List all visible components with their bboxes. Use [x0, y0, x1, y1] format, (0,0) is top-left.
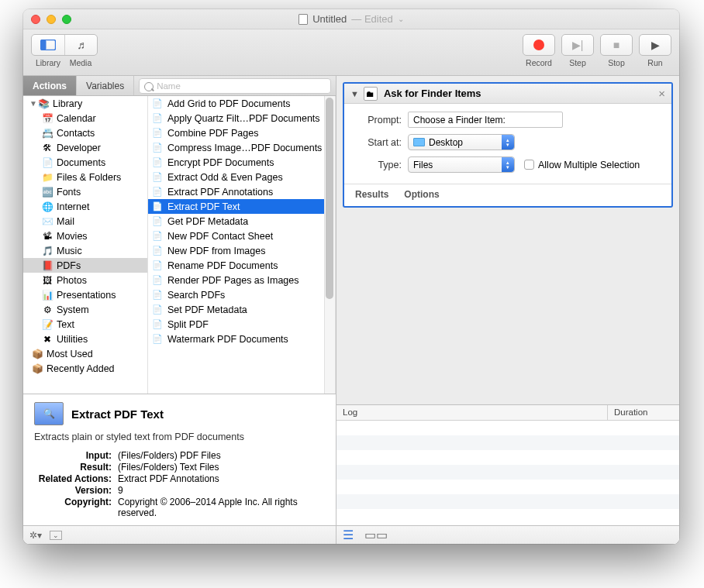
remove-action-button[interactable]: ×	[658, 87, 665, 100]
sidebar-item-pdfs[interactable]: 📕PDFs	[23, 258, 147, 273]
action-item[interactable]: 📄Extract Odd & Even Pages	[148, 170, 335, 184]
action-icon: 📄	[151, 230, 164, 242]
sidebar-item-calendar[interactable]: 📅Calendar	[23, 111, 147, 126]
workflow-action-header[interactable]: ▼ 🖿 Ask for Finder Items ×	[344, 84, 671, 104]
sidebar-item-system[interactable]: ⚙System	[23, 302, 147, 317]
scrollbar-thumb[interactable]	[326, 98, 333, 299]
step-button[interactable]: ▶|	[562, 35, 593, 55]
action-item[interactable]: 📄Rename PDF Documents	[148, 258, 335, 273]
sidebar-item-developer[interactable]: 🛠Developer	[23, 140, 147, 155]
category-icon: ⚙	[41, 304, 53, 316]
disclosure-triangle-icon[interactable]: ▼	[29, 99, 37, 108]
library-toggle-button[interactable]	[32, 35, 64, 55]
sidebar-item-utilities[interactable]: ✖Utilities	[23, 332, 147, 346]
action-item[interactable]: 📄Get PDF Metadata	[148, 214, 335, 229]
sidebar-item-label: Presentations	[57, 290, 116, 301]
zoom-window-button[interactable]	[62, 15, 71, 24]
sidebar-item-recently-added[interactable]: 📦Recently Added	[23, 361, 147, 376]
action-item[interactable]: 📄Add Grid to PDF Documents	[148, 96, 335, 111]
action-item[interactable]: 📄Encrypt PDF Documents	[148, 155, 335, 170]
log-column-log[interactable]: Log	[336, 405, 608, 420]
sidebar-item-fonts[interactable]: 🔤Fonts	[23, 184, 147, 199]
action-item[interactable]: 📄New PDF from Images	[148, 243, 335, 258]
action-item[interactable]: 📄Combine PDF Pages	[148, 126, 335, 140]
info-val-related: Extract PDF Annotations	[118, 473, 325, 484]
type-label: Type:	[355, 160, 402, 170]
close-window-button[interactable]	[31, 15, 40, 24]
run-button[interactable]: ▶	[640, 35, 671, 55]
sidebar-root-library[interactable]: ▼ 📚 Library	[23, 96, 147, 111]
action-item[interactable]: 📄Extract PDF Annotations	[148, 184, 335, 199]
window-title: Untitled — Edited ⌄	[23, 13, 679, 25]
toggle-info-button[interactable]: ⌄	[50, 531, 62, 540]
library-icon: 📚	[37, 98, 50, 110]
play-icon: ▶	[651, 39, 660, 51]
action-item[interactable]: 📄Compress Image…PDF Documents	[148, 140, 335, 155]
sidebar-item-photos[interactable]: 🖼Photos	[23, 273, 147, 287]
prompt-input[interactable]	[408, 112, 563, 128]
sidebar-item-presentations[interactable]: 📊Presentations	[23, 287, 147, 302]
library-sidebar[interactable]: ▼ 📚 Library 📅Calendar📇Contacts🛠Developer…	[23, 96, 148, 394]
info-val-copyright: Copyright © 2006–2014 Apple Inc. All rig…	[118, 497, 325, 518]
start-at-value: Desktop	[429, 137, 463, 148]
workflow-canvas[interactable]: ▼ 🖿 Ask for Finder Items × Prompt: Start…	[336, 76, 679, 404]
minimize-window-button[interactable]	[47, 15, 56, 24]
tab-variables[interactable]: Variables	[77, 76, 134, 95]
title-chevron-icon: ⌄	[398, 15, 404, 23]
sidebar-item-files-folders[interactable]: 📁Files & Folders	[23, 170, 147, 184]
action-item[interactable]: 📄New PDF Contact Sheet	[148, 229, 335, 243]
sidebar-item-mail[interactable]: ✉️Mail	[23, 214, 147, 229]
action-results-tab[interactable]: Results	[355, 189, 388, 200]
action-label: Encrypt PDF Documents	[167, 157, 274, 168]
action-icon: 📄	[151, 260, 164, 272]
action-label: Extract Odd & Even Pages	[167, 172, 283, 183]
sidebar-item-music[interactable]: 🎵Music	[23, 243, 147, 258]
automator-window: Untitled — Edited ⌄ ♬ Library Media	[23, 9, 679, 544]
action-label: Get PDF Metadata	[167, 216, 248, 227]
type-value: Files	[413, 160, 433, 170]
sidebar-item-contacts[interactable]: 📇Contacts	[23, 126, 147, 140]
action-item[interactable]: 📄Search PDFs	[148, 287, 335, 302]
start-at-popup[interactable]: Desktop	[408, 134, 515, 150]
action-item[interactable]: 📄Set PDF Metadata	[148, 302, 335, 317]
action-options-tab[interactable]: Options	[404, 189, 439, 200]
action-info-title: Extract PDF Text	[71, 407, 164, 421]
action-icon: 📄	[151, 274, 164, 287]
allow-multiple-checkbox[interactable]: Allow Multiple Selection	[524, 160, 640, 170]
action-item[interactable]: 📄Split PDF	[148, 317, 335, 332]
view-mode-list-button[interactable]: ☰	[343, 528, 354, 542]
record-button[interactable]	[523, 35, 554, 55]
action-item[interactable]: 📄Extract PDF Text	[148, 199, 335, 214]
media-toggle-button[interactable]: ♬	[64, 35, 97, 55]
sidebar-item-label: Most Used	[47, 349, 93, 359]
view-mode-grid-button[interactable]: ▭▭	[364, 528, 388, 542]
type-popup[interactable]: Files	[408, 156, 515, 173]
sidebar-item-internet[interactable]: 🌐Internet	[23, 199, 147, 214]
tab-actions[interactable]: Actions	[23, 76, 77, 95]
category-icon: ✖	[41, 333, 53, 346]
action-icon: 📄	[151, 171, 164, 184]
category-icon: 📝	[41, 318, 53, 331]
stop-label: Stop	[608, 58, 625, 67]
action-label: Set PDF Metadata	[167, 304, 247, 315]
scrollbar[interactable]	[324, 96, 335, 394]
action-item[interactable]: 📄Apply Quartz Filt…PDF Documents	[148, 111, 335, 126]
action-icon: 📄	[151, 142, 164, 154]
action-item[interactable]: 📄Render PDF Pages as Images	[148, 273, 335, 287]
action-label: Search PDFs	[167, 290, 225, 301]
action-label: New PDF from Images	[167, 246, 265, 256]
action-item[interactable]: 📄Watermark PDF Documents	[148, 332, 335, 346]
info-key-related: Related Actions:	[34, 473, 112, 484]
checkbox-box	[524, 160, 534, 170]
sidebar-item-documents[interactable]: 📄Documents	[23, 155, 147, 170]
search-input[interactable]: Name	[139, 78, 331, 94]
sidebar-item-most-used[interactable]: 📦Most Used	[23, 346, 147, 361]
stop-button[interactable]: ■	[601, 35, 632, 55]
actions-list[interactable]: 📄Add Grid to PDF Documents📄Apply Quartz …	[148, 96, 336, 394]
gear-menu-button[interactable]: ✲▾	[29, 530, 42, 541]
log-column-duration[interactable]: Duration	[608, 405, 679, 420]
sidebar-item-text[interactable]: 📝Text	[23, 317, 147, 332]
sidebar-item-movies[interactable]: 📽Movies	[23, 229, 147, 243]
workflow-action-ask-finder-items[interactable]: ▼ 🖿 Ask for Finder Items × Prompt: Start…	[343, 82, 673, 208]
disclosure-triangle-icon[interactable]: ▼	[350, 89, 359, 98]
